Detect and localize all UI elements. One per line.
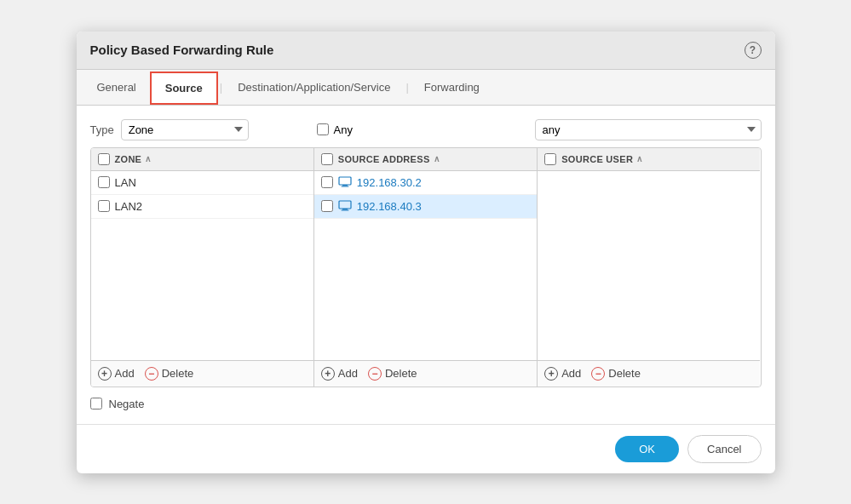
source-address-2-label[interactable]: 192.168.40.3 (357, 200, 422, 213)
zone-item-lan2[interactable]: LAN2 (91, 195, 313, 219)
source-address-1-checkbox[interactable] (321, 176, 333, 188)
cancel-button[interactable]: Cancel (687, 435, 761, 463)
source-user-delete-icon: − (591, 367, 605, 381)
zone-panel-header: ZONE ∧ (91, 148, 313, 171)
zone-panel: ZONE ∧ LAN LAN2 + (91, 148, 314, 387)
source-address-items-list: 192.168.30.2 192.168.40.3 (314, 171, 537, 360)
ok-button[interactable]: OK (615, 436, 679, 462)
source-user-add-button[interactable]: + Add (544, 367, 581, 381)
zone-sort-icon: ∧ (145, 154, 151, 163)
source-address-2-checkbox[interactable] (321, 200, 333, 212)
svg-rect-5 (341, 210, 348, 211)
source-address-col-header: SOURCE ADDRESS ∧ (338, 154, 440, 164)
svg-rect-1 (342, 185, 348, 186)
source-user-footer: + Add − Delete (538, 360, 760, 387)
zone-delete-icon: − (145, 367, 158, 381)
source-address-footer: + Add − Delete (314, 360, 537, 387)
zone-panel-footer: + Add − Delete (91, 360, 313, 387)
zone-lan2-label: LAN2 (115, 200, 143, 213)
dialog-body: Type Zone IP Address MAC Address Any any (77, 106, 775, 424)
type-select[interactable]: Zone IP Address MAC Address (121, 119, 249, 140)
dialog: Policy Based Forwarding Rule ? General S… (77, 32, 775, 473)
dialog-title: Policy Based Forwarding Rule (90, 43, 274, 57)
source-address-item-1[interactable]: 192.168.30.2 (314, 171, 537, 195)
zone-item-lan[interactable]: LAN (91, 171, 313, 195)
computer-icon-2 (338, 200, 352, 212)
svg-rect-4 (342, 209, 348, 210)
any-checkbox[interactable] (317, 123, 329, 135)
svg-rect-3 (339, 201, 351, 209)
negate-checkbox[interactable] (90, 398, 102, 410)
zone-select-all-checkbox[interactable] (98, 153, 110, 165)
zone-lan-label: LAN (115, 176, 136, 189)
zone-items-list: LAN LAN2 (91, 171, 313, 360)
tabs-bar: General Source | Destination/Application… (77, 70, 775, 106)
source-user-col-header: SOURCE USER ∧ (561, 154, 642, 164)
source-address-delete-icon: − (368, 367, 382, 381)
source-user-header: SOURCE USER ∧ (538, 148, 760, 171)
source-user-delete-button[interactable]: − Delete (591, 367, 641, 381)
zone-add-button[interactable]: + Add (98, 367, 135, 381)
source-address-add-button[interactable]: + Add (321, 367, 358, 381)
source-address-panel: SOURCE ADDRESS ∧ (314, 148, 538, 387)
dialog-footer: OK Cancel (77, 424, 775, 473)
panels-row: ZONE ∧ LAN LAN2 + (90, 147, 762, 387)
negate-row: Negate (90, 398, 762, 410)
tab-destination[interactable]: Destination/Application/Service (224, 72, 404, 102)
source-user-items-list (538, 171, 760, 360)
top-controls-row: Type Zone IP Address MAC Address Any any (90, 119, 762, 140)
tab-sep-2: | (404, 81, 410, 94)
zone-lan-checkbox[interactable] (98, 176, 110, 188)
source-user-select-all-checkbox[interactable] (544, 153, 556, 165)
computer-icon-1 (338, 176, 352, 188)
source-user-panel: SOURCE USER ∧ + Add − Delete (538, 148, 760, 387)
tab-sep-1: | (218, 81, 224, 94)
tab-general[interactable]: General (83, 72, 150, 102)
type-section: Type Zone IP Address MAC Address (90, 119, 317, 140)
source-user-sort-icon: ∧ (636, 154, 642, 163)
source-address-delete-button[interactable]: − Delete (368, 367, 417, 381)
source-address-add-icon: + (321, 367, 335, 381)
type-label: Type (90, 123, 114, 136)
source-address-sort-icon: ∧ (434, 154, 440, 163)
any-label: Any (334, 123, 353, 136)
any-dropdown-section: any (535, 119, 762, 140)
zone-add-icon: + (98, 367, 112, 381)
any-dropdown[interactable]: any (535, 119, 762, 140)
any-section: Any (317, 123, 535, 136)
negate-label: Negate (109, 398, 145, 410)
zone-lan2-checkbox[interactable] (98, 200, 110, 212)
zone-delete-button[interactable]: − Delete (145, 367, 194, 381)
source-address-1-label[interactable]: 192.168.30.2 (357, 176, 422, 189)
svg-rect-2 (341, 186, 348, 187)
zone-col-header: ZONE ∧ (115, 154, 152, 164)
tab-source[interactable]: Source (150, 72, 218, 105)
dialog-header: Policy Based Forwarding Rule ? (77, 32, 775, 70)
source-user-add-icon: + (544, 367, 558, 381)
tab-forwarding[interactable]: Forwarding (411, 72, 493, 102)
svg-rect-0 (339, 177, 351, 185)
source-address-header: SOURCE ADDRESS ∧ (314, 148, 537, 171)
source-address-item-2[interactable]: 192.168.40.3 (314, 195, 537, 219)
help-icon[interactable]: ? (745, 42, 762, 59)
source-address-select-all-checkbox[interactable] (321, 153, 333, 165)
